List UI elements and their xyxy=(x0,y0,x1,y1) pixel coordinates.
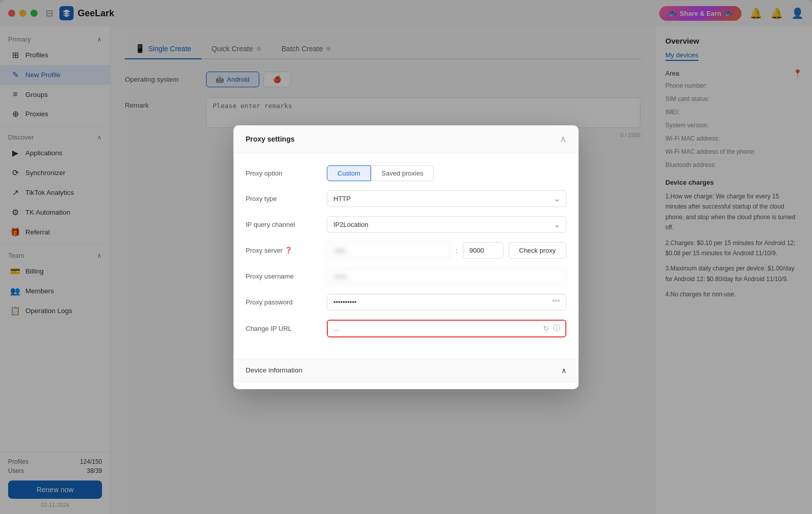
proxy-server-input-row: : Check proxy xyxy=(327,242,566,259)
proxy-username-input[interactable] xyxy=(327,268,566,285)
proxy-option-label: Proxy option xyxy=(246,169,327,177)
custom-button[interactable]: Custom xyxy=(327,165,371,181)
proxy-port-input[interactable] xyxy=(463,242,503,259)
proxy-username-row: Proxy username xyxy=(246,268,566,285)
proxy-type-select[interactable]: HTTP HTTPS SOCKS5 xyxy=(327,190,566,207)
modal-close-button[interactable]: ∧ xyxy=(560,133,566,145)
modal-footer: Cancel OK xyxy=(233,382,579,389)
saved-proxies-button[interactable]: Saved proxies xyxy=(371,165,434,181)
proxy-type-control: HTTP HTTPS SOCKS5 xyxy=(327,190,566,207)
modal-title: Proxy settings xyxy=(246,135,294,143)
proxy-server-help-icon: ❓ xyxy=(285,247,292,254)
ip-query-control: IP2Location ipinfo.io xyxy=(327,216,566,233)
proxy-type-row: Proxy type HTTP HTTPS SOCKS5 xyxy=(246,190,566,207)
change-ip-input[interactable] xyxy=(328,321,565,336)
proxy-server-label: Proxy server ❓ xyxy=(246,247,327,254)
proxy-type-label: Proxy type xyxy=(246,195,327,202)
proxy-option-control: Custom Saved proxies xyxy=(327,165,566,181)
modal-body: Proxy option Custom Saved proxies Proxy … xyxy=(233,153,579,359)
proxy-server-input[interactable] xyxy=(327,242,451,259)
change-ip-url-row: Change IP URL ↻ ⓘ xyxy=(246,320,566,337)
ip-query-label: IP query channel xyxy=(246,221,327,228)
modal-overlay[interactable]: Proxy settings ∧ Proxy option Custom Sav… xyxy=(0,0,812,514)
change-ip-icons: ↻ ⓘ xyxy=(543,324,560,333)
change-ip-url-label: Change IP URL xyxy=(246,325,327,332)
check-proxy-button[interactable]: Check proxy xyxy=(509,242,566,259)
device-information-label: Device information xyxy=(246,366,302,374)
proxy-password-input[interactable] xyxy=(327,294,566,311)
proxy-option-row: Proxy option Custom Saved proxies xyxy=(246,165,566,181)
modal-header: Proxy settings ∧ xyxy=(233,125,579,153)
proxy-settings-modal: Proxy settings ∧ Proxy option Custom Sav… xyxy=(233,125,579,389)
proxy-server-control: : Check proxy xyxy=(327,242,566,259)
refresh-icon[interactable]: ↻ xyxy=(543,324,549,332)
proxy-password-row: Proxy password *** xyxy=(246,294,566,311)
ip-query-select[interactable]: IP2Location ipinfo.io xyxy=(327,216,566,233)
change-ip-wrapper: ↻ ⓘ xyxy=(327,320,566,337)
proxy-password-control: *** xyxy=(327,294,566,311)
port-separator: : xyxy=(456,247,458,254)
device-information-chevron: ∧ xyxy=(561,366,566,374)
proxy-server-row: Proxy server ❓ : Check proxy xyxy=(246,242,566,259)
proxy-username-label: Proxy username xyxy=(246,272,327,280)
change-ip-url-control: ↻ ⓘ xyxy=(327,320,566,337)
info-icon[interactable]: ⓘ xyxy=(553,324,560,333)
password-toggle-icon[interactable]: *** xyxy=(552,298,560,306)
device-information-section-header[interactable]: Device information ∧ xyxy=(233,359,579,382)
proxy-password-label: Proxy password xyxy=(246,298,327,306)
proxy-option-buttons: Custom Saved proxies xyxy=(327,165,566,181)
ip-query-row: IP query channel IP2Location ipinfo.io xyxy=(246,216,566,233)
proxy-username-control xyxy=(327,268,566,285)
